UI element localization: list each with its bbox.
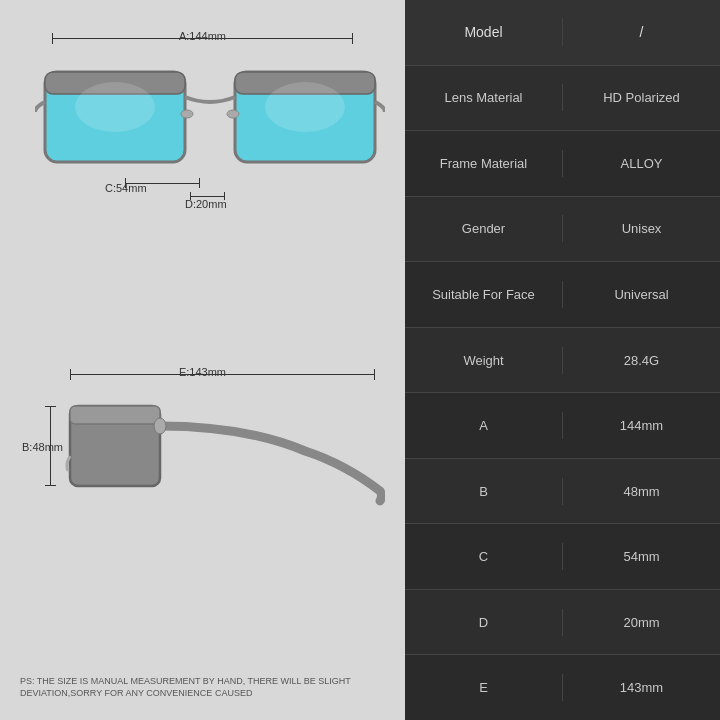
svg-rect-9 [70,406,160,424]
spec-value-3: Universal [563,281,720,308]
spec-label-6: B [405,478,563,505]
spec-value-4: 28.4G [563,347,720,374]
dim-e-tick-left [70,369,71,380]
specs-panel: Model / Lens MaterialHD PolarizedFrame M… [405,0,720,720]
dim-a-tick-left [52,33,53,44]
spec-value-2: Unisex [563,215,720,242]
spec-value-7: 54mm [563,543,720,570]
spec-value-5: 144mm [563,412,720,439]
spec-value-9: 143mm [563,674,720,701]
footnote-area: PS: THE SIZE IS MANUAL MEASUREMENT BY HA… [20,667,385,700]
spec-header-label: Model [405,18,563,46]
spec-header-row: Model / [405,0,720,66]
dim-d-label: D:20mm [185,198,227,210]
spec-header-value: / [563,18,720,46]
svg-point-6 [75,82,155,132]
spec-value-0: HD Polarized [563,84,720,111]
dim-a-label: A:144mm [179,30,226,42]
svg-point-10 [154,418,166,434]
spec-label-0: Lens Material [405,84,563,111]
spec-row-0: Lens MaterialHD Polarized [405,66,720,132]
spec-label-3: Suitable For Face [405,281,563,308]
spec-label-1: Frame Material [405,150,563,177]
spec-row-6: B48mm [405,459,720,525]
side-view-diagram: E:143mm B:48mm [20,366,385,566]
dim-e-label: E:143mm [179,366,226,378]
spec-row-8: D20mm [405,590,720,656]
spec-row-9: E143mm [405,655,720,720]
svg-point-4 [181,110,193,118]
spec-row-5: A144mm [405,393,720,459]
spec-label-8: D [405,609,563,636]
svg-point-5 [227,110,239,118]
front-view-diagram: A:144mm [20,30,385,270]
spec-label-4: Weight [405,347,563,374]
spec-row-2: GenderUnisex [405,197,720,263]
glasses-front-svg [35,52,385,192]
dim-c-label: C:54mm [105,182,147,194]
dim-b-label: B:48mm [22,441,63,453]
glasses-side-svg [65,396,385,526]
footnote-text: PS: THE SIZE IS MANUAL MEASUREMENT BY HA… [20,675,385,700]
spec-value-6: 48mm [563,478,720,505]
spec-value-8: 20mm [563,609,720,636]
dim-b-tick-bottom [45,485,56,486]
spec-label-2: Gender [405,215,563,242]
spec-row-3: Suitable For FaceUniversal [405,262,720,328]
spec-row-4: Weight28.4G [405,328,720,394]
spec-label-7: C [405,543,563,570]
spec-label-9: E [405,674,563,701]
left-panel: A:144mm [0,0,405,720]
spec-row-7: C54mm [405,524,720,590]
spec-row-1: Frame MaterialALLOY [405,131,720,197]
svg-point-7 [265,82,345,132]
spec-value-1: ALLOY [563,150,720,177]
dim-b-tick-top [45,406,56,407]
spec-label-5: A [405,412,563,439]
dim-a-tick-right [352,33,353,44]
dim-e-tick-right [374,369,375,380]
